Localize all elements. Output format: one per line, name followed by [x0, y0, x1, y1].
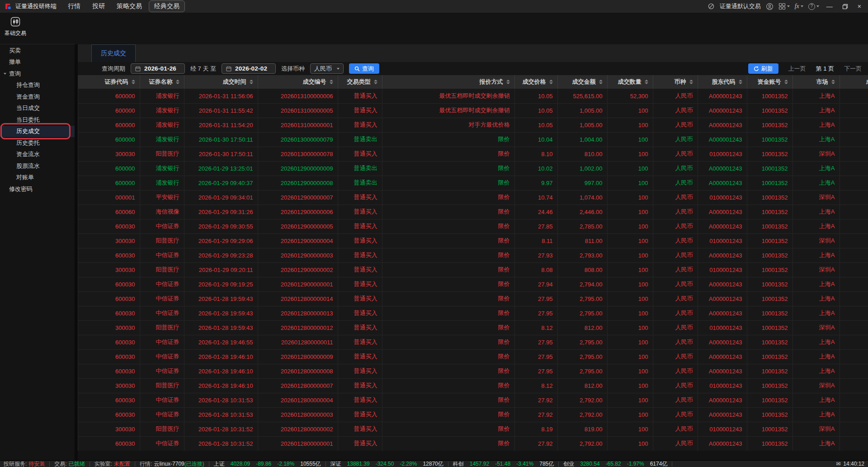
- column-header-13[interactable]: 成交状态: [840, 75, 868, 89]
- sidebar-item-5[interactable]: 当日成交: [0, 103, 75, 114]
- table-row[interactable]: 600030中信证券2026-01-28 19:59:4320260128000…: [78, 306, 868, 320]
- table-row[interactable]: 300030阳普医疗2026-01-29 09:29:0620260129000…: [78, 234, 868, 248]
- table-row[interactable]: 600000浦发银行2026-01-29 13:25:0120260129000…: [78, 161, 868, 176]
- account-label[interactable]: 证量通默认交易: [720, 2, 761, 10]
- column-header-3[interactable]: 成交编号: [258, 75, 338, 89]
- column-header-4[interactable]: 交易类型: [338, 75, 382, 89]
- column-header-1[interactable]: 证券名称: [140, 75, 184, 89]
- table-row[interactable]: 000001平安银行2026-01-29 09:34:0120260129000…: [78, 190, 868, 205]
- sort-icon: [645, 80, 648, 84]
- table-row[interactable]: 600030中信证券2026-01-28 19:59:4320260128000…: [78, 291, 868, 306]
- sidebar-item-7[interactable]: 历史成交: [0, 126, 75, 138]
- module-basic-trading[interactable]: 基础交易: [0, 13, 75, 44]
- menu-item-1[interactable]: 投研: [87, 1, 110, 12]
- refresh-button[interactable]: 刷新: [748, 63, 778, 74]
- table-cell: 10001352: [747, 320, 793, 335]
- table-row[interactable]: 300030阳普医疗2026-01-30 17:50:1120260130000…: [78, 147, 868, 161]
- column-header-11[interactable]: 资金账号: [747, 75, 793, 89]
- column-header-6[interactable]: 成交价格: [514, 75, 557, 89]
- help-icon[interactable]: ?: [808, 3, 819, 10]
- eye-off-icon[interactable]: [708, 3, 715, 10]
- table-row[interactable]: 600030中信证券2026-01-29 09:23:2820260129000…: [78, 248, 868, 262]
- sidebar-item-2[interactable]: 查询: [0, 68, 75, 80]
- table-row[interactable]: 600000浦发银行2026-01-30 17:50:1120260130000…: [78, 132, 868, 147]
- table-row[interactable]: 600030中信证券2026-01-28 19:46:1020260128000…: [78, 364, 868, 378]
- table-row[interactable]: 600030中信证券2026-01-28 10:31:5220260128000…: [78, 436, 868, 451]
- table-row[interactable]: 600000浦发银行2026-01-31 11:56:0620260131000…: [78, 89, 868, 103]
- close-icon[interactable]: ×: [855, 3, 863, 10]
- sidebar-item-8[interactable]: 历史委托: [0, 137, 75, 149]
- table-cell: 8.08: [514, 262, 557, 277]
- table-row[interactable]: 300030阳普医疗2026-01-28 19:46:1020260128000…: [78, 378, 868, 393]
- table-cell: 600000: [78, 132, 140, 147]
- sidebar-item-3[interactable]: 持仓查询: [0, 80, 75, 91]
- column-header-5[interactable]: 报价方式: [382, 75, 514, 89]
- sort-icon: [689, 80, 693, 84]
- maximize-icon[interactable]: [840, 4, 850, 10]
- column-header-7[interactable]: 成交金额: [557, 75, 607, 89]
- menu-item-0[interactable]: 行情: [63, 1, 85, 12]
- table-row[interactable]: 600000浦发银行2026-01-29 09:40:3720260129000…: [78, 176, 868, 190]
- table-row[interactable]: 600030中信证券2026-01-28 19:46:1020260128000…: [78, 349, 868, 364]
- table-cell: 普通买入: [338, 320, 382, 335]
- sidebar-item-4[interactable]: 资金查询: [0, 91, 75, 103]
- table-row[interactable]: 600030中信证券2026-01-28 10:31:5320260128000…: [78, 407, 868, 422]
- table-cell: 普通买入: [338, 118, 382, 132]
- table-row[interactable]: 600030中信证券2026-01-29 09:30:5520260129000…: [78, 219, 868, 234]
- table-cell: 100: [607, 393, 653, 407]
- table-cell: A000001243: [698, 349, 747, 364]
- table-row[interactable]: 600000浦发银行2026-01-31 11:55:4220260131000…: [78, 103, 868, 118]
- prev-page-button[interactable]: 上一页: [788, 65, 806, 73]
- user-icon[interactable]: [766, 3, 774, 10]
- table-cell: 2026012800000009: [258, 349, 338, 364]
- index-group-0: 上证4028.09-89.86-2.18%10555亿: [214, 461, 321, 467]
- table-cell: 100: [607, 364, 653, 378]
- column-header-0[interactable]: 证券代码: [78, 75, 140, 89]
- mail-icon[interactable]: ✉: [836, 461, 840, 467]
- table-cell: 浦发银行: [140, 161, 184, 176]
- column-header-12[interactable]: 市场: [793, 75, 840, 89]
- fx-label: fx: [795, 3, 799, 10]
- table-cell: A000001243: [698, 248, 747, 262]
- table-cell: 上海A: [793, 277, 840, 291]
- table-row[interactable]: 600030中信证券2026-01-28 19:46:5520260128000…: [78, 335, 868, 349]
- table-cell: 100: [607, 306, 653, 320]
- query-button[interactable]: 查询: [349, 63, 379, 74]
- table-cell: [840, 349, 868, 364]
- table-cell: 2026-01-29 09:29:06: [184, 234, 258, 248]
- start-date-input[interactable]: 2026-01-26: [131, 63, 185, 74]
- table-cell: 27.95: [514, 306, 557, 320]
- sidebar-item-9[interactable]: 资金流水: [0, 149, 75, 161]
- table-row[interactable]: 300030阳普医疗2026-01-28 10:31:5220260128000…: [78, 422, 868, 436]
- column-header-2[interactable]: 成交时间: [184, 75, 258, 89]
- formula-fx-icon[interactable]: fx: [795, 3, 803, 10]
- sort-icon: [831, 80, 835, 84]
- end-date-input[interactable]: 2026-02-02: [222, 63, 276, 74]
- currency-select[interactable]: 人民币: [310, 63, 344, 74]
- table-cell: 10001352: [747, 161, 793, 176]
- column-header-9[interactable]: 币种: [653, 75, 698, 89]
- sort-icon: [132, 80, 135, 84]
- column-header-8[interactable]: 成交数量: [607, 75, 653, 89]
- sidebar-item-12[interactable]: 修改密码: [0, 183, 75, 195]
- sidebar-item-10[interactable]: 股票流水: [0, 160, 75, 172]
- next-page-button[interactable]: 下一页: [844, 65, 862, 73]
- sidebar-item-11[interactable]: 对账单: [0, 172, 75, 184]
- page-indicator: 第 1 页: [816, 65, 834, 73]
- sidebar-item-6[interactable]: 当日委托: [0, 114, 75, 126]
- column-header-10[interactable]: 股东代码: [698, 75, 747, 89]
- table-row[interactable]: 300030阳普医疗2026-01-29 09:20:1120260129000…: [78, 262, 868, 277]
- menu-item-3[interactable]: 经典交易: [149, 0, 185, 12]
- table-row[interactable]: 600030中信证券2026-01-28 10:31:5320260128000…: [78, 393, 868, 407]
- table-row[interactable]: 600060海信视像2026-01-29 09:31:2620260129000…: [78, 205, 868, 219]
- layout-grid-icon[interactable]: [778, 3, 790, 10]
- table-row[interactable]: 600000浦发银行2026-01-31 11:54:2020260131000…: [78, 118, 868, 132]
- table-row[interactable]: 300030阳普医疗2026-01-28 19:59:4320260128000…: [78, 320, 868, 335]
- sidebar-item-0[interactable]: 买卖: [0, 45, 75, 57]
- minimize-icon[interactable]: —: [824, 3, 835, 10]
- table-row[interactable]: 600030中信证券2026-01-29 09:19:2520260129000…: [78, 277, 868, 291]
- tab-history-trades[interactable]: 历史成交: [91, 44, 136, 62]
- menu-item-2[interactable]: 策略交易: [112, 1, 147, 12]
- sidebar-item-1[interactable]: 撤单: [0, 57, 75, 68]
- table-cell: 普通买入: [338, 89, 382, 103]
